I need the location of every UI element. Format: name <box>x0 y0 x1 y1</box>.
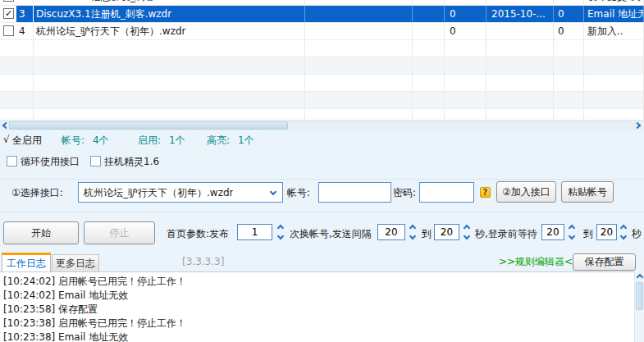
row-date <box>486 23 554 39</box>
interval-to-spinner[interactable] <box>462 224 473 240</box>
highlight-label: 高亮: <box>207 134 230 148</box>
select-all-check-icon[interactable]: √ <box>3 134 10 145</box>
spinner-up-icon[interactable] <box>277 225 284 231</box>
table-row[interactable]: 2DiscuzX3.1信息群发_刺客.wzdr02015-10-...2发布提交… <box>0 0 644 6</box>
spinner-up-icon[interactable] <box>464 225 470 231</box>
select-all-label[interactable]: 全启用 <box>12 134 42 148</box>
hang-genie-label[interactable]: 挂机精灵1.6 <box>104 155 159 169</box>
scroll-up-icon[interactable] <box>635 271 644 281</box>
password-input[interactable] <box>419 182 474 203</box>
to-label: 到 <box>422 227 432 241</box>
highlight-value: 1个 <box>238 134 254 148</box>
scroll-right-icon[interactable] <box>634 121 643 130</box>
table-empty-row <box>0 57 644 75</box>
stop-button[interactable]: 停止 <box>84 221 155 244</box>
wait-to-spinner[interactable] <box>619 224 629 240</box>
v-scrollbar-thumb[interactable] <box>636 282 643 310</box>
loop-interface-label[interactable]: 循环使用接口 <box>21 155 80 169</box>
interface-select[interactable]: 杭州论坛_驴行天下（初年）.wzdr <box>78 182 283 203</box>
row-count: 0 <box>445 23 486 39</box>
rule-file-name: 杭州论坛_驴行天下（初年）.wzdr <box>34 23 305 39</box>
log-lines: [10:24:02] 启用帐号已用完！停止工作！[10:24:02] Email… <box>0 272 644 342</box>
log-line: [10:23:58] 保存配置 <box>0 303 644 317</box>
row-num: 0 <box>554 6 584 22</box>
row-status: Email 地址无 <box>584 6 644 22</box>
interface-select-value: 杭州论坛_驴行天下（初年）.wzdr <box>84 186 233 200</box>
h-scrollbar-thumb[interactable] <box>9 121 288 130</box>
help-icon[interactable]: ? <box>480 187 491 198</box>
spinner-down-icon[interactable] <box>569 233 575 239</box>
version-label: [3.3.3.3] <box>182 256 224 267</box>
table-row[interactable]: 4杭州论坛_驴行天下（初年）.wzdr00新加入.. <box>0 23 644 40</box>
paste-account-button[interactable]: 粘贴帐号 <box>561 181 614 203</box>
spinner-down-icon[interactable] <box>620 233 627 239</box>
spinner-up-icon[interactable] <box>569 225 575 231</box>
tab-work-log[interactable]: 工作日志 <box>2 253 51 271</box>
row-count: 0 <box>445 0 486 5</box>
rule-file-name: DiscuzX3.1信息群发_刺客.wzdr <box>34 0 305 5</box>
wait-label: 秒,登录前等待 <box>475 227 537 241</box>
log-line: [10:23:38] 启用帐号已用完！停止工作！ <box>0 317 644 331</box>
work-log-panel: [10:24:02] 启用帐号已用完！停止工作！[10:24:02] Email… <box>0 271 644 342</box>
spinner-up-icon[interactable] <box>620 225 627 231</box>
params-mid-label: 次换帐号,发送间隔 <box>290 227 372 241</box>
chevron-down-icon <box>270 189 276 195</box>
params-prefix-label: 首页参数:发布 <box>167 227 229 241</box>
table-empty-row <box>0 92 644 109</box>
interval-from-input[interactable] <box>377 224 405 240</box>
row-date: 2015-10-... <box>486 6 554 22</box>
start-button[interactable]: 开始 <box>3 221 79 244</box>
to-label-2: 到 <box>583 227 593 241</box>
log-line: [10:24:02] 启用帐号已用完！停止工作！ <box>0 275 644 289</box>
log-line: [10:23:38] Email 地址无效 <box>0 331 644 342</box>
table-empty-row <box>0 40 644 57</box>
enabled-value: 1个 <box>169 134 185 148</box>
enabled-label: 启用: <box>138 134 161 148</box>
row-num: 0 <box>554 23 584 39</box>
table-empty-row <box>0 109 644 120</box>
interval-from-spinner[interactable] <box>408 224 418 240</box>
wait-to-input[interactable] <box>596 224 617 240</box>
forum-table: 2DiscuzX3.1信息群发_刺客.wzdr02015-10-...2发布提交… <box>0 0 644 120</box>
rule-file-name: DiscuzX3.1注册机_刺客.wzdr <box>34 6 305 22</box>
seconds-label: 秒 <box>632 227 642 241</box>
spinner-down-icon[interactable] <box>464 233 470 239</box>
publish-count-input[interactable] <box>237 224 272 240</box>
log-line: [10:24:02] Email 地址无效 <box>0 289 644 303</box>
spinner-up-icon[interactable] <box>409 225 416 231</box>
row-num: 2 <box>554 0 584 5</box>
row-status: 发布提交!失 <box>584 0 644 5</box>
row-checkbox[interactable]: ✓ <box>3 8 14 19</box>
publish-count-spinner[interactable] <box>276 224 286 240</box>
table-row[interactable]: ✓3DiscuzX3.1注册机_刺客.wzdr02015-10-...0Emai… <box>0 6 644 23</box>
spinner-down-icon[interactable] <box>277 233 284 239</box>
h-scrollbar[interactable] <box>0 120 644 130</box>
table-empty-row <box>0 75 644 92</box>
app-window: 2DiscuzX3.1信息群发_刺客.wzdr02015-10-...2发布提交… <box>0 0 644 342</box>
accounts-label: 帐号: <box>62 134 84 148</box>
loop-interface-checkbox[interactable] <box>7 156 17 166</box>
accounts-value: 4个 <box>93 134 109 148</box>
rule-editor-link[interactable]: >>规则编辑器<< <box>499 255 581 269</box>
row-checkbox[interactable] <box>3 0 14 2</box>
v-scrollbar[interactable] <box>634 271 644 342</box>
join-interface-button[interactable]: ②加入接口 <box>496 181 556 203</box>
account-input[interactable] <box>318 182 391 203</box>
interval-to-input[interactable] <box>434 224 459 240</box>
row-count: 0 <box>445 6 486 22</box>
password-label: 密码: <box>393 186 416 200</box>
control-row: 开始 停止 首页参数:发布 次换帐号,发送间隔 到 秒,登录前等待 到 秒 <box>0 221 644 246</box>
wait-from-spinner[interactable] <box>567 224 578 240</box>
account-label: 帐号: <box>287 186 310 200</box>
save-config-button[interactable]: 保存配置 <box>573 253 636 271</box>
spinner-down-icon[interactable] <box>409 233 416 239</box>
row-date: 2015-10-... <box>486 0 554 5</box>
row-checkbox[interactable] <box>3 25 14 36</box>
row-status: 新加入.. <box>584 23 644 39</box>
hang-genie-checkbox[interactable] <box>90 156 101 166</box>
select-interface-label: ①选择接口: <box>11 186 63 200</box>
wait-from-input[interactable] <box>541 224 564 240</box>
tab-more-log[interactable]: 更多日志 <box>52 254 99 271</box>
